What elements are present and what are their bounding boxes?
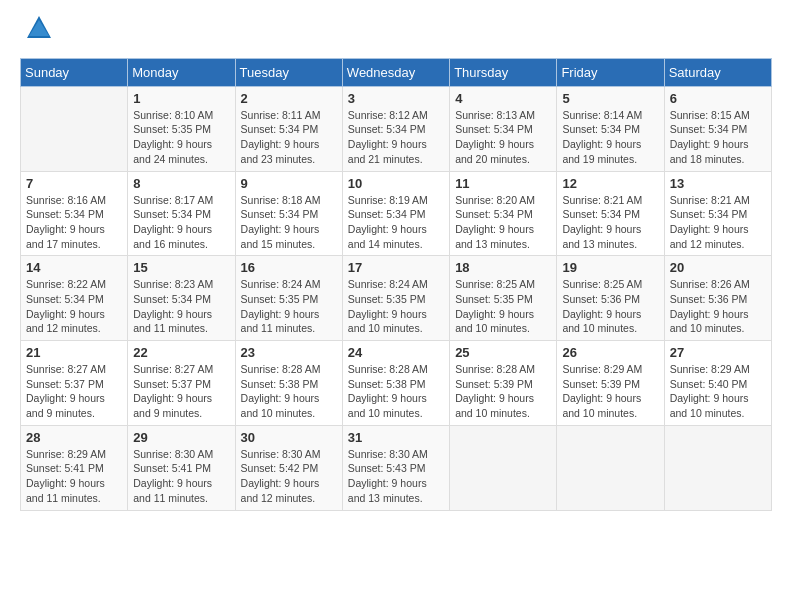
cell-info: Sunrise: 8:30 AMSunset: 5:42 PMDaylight:… xyxy=(241,447,337,506)
calendar-cell: 8Sunrise: 8:17 AMSunset: 5:34 PMDaylight… xyxy=(128,171,235,256)
date-number: 2 xyxy=(241,91,337,106)
week-row-3: 21Sunrise: 8:27 AMSunset: 5:37 PMDayligh… xyxy=(21,341,772,426)
weekday-friday: Friday xyxy=(557,58,664,86)
date-number: 30 xyxy=(241,430,337,445)
calendar-cell: 15Sunrise: 8:23 AMSunset: 5:34 PMDayligh… xyxy=(128,256,235,341)
date-number: 14 xyxy=(26,260,122,275)
calendar-cell: 19Sunrise: 8:25 AMSunset: 5:36 PMDayligh… xyxy=(557,256,664,341)
date-number: 15 xyxy=(133,260,229,275)
cell-info: Sunrise: 8:20 AMSunset: 5:34 PMDaylight:… xyxy=(455,193,551,252)
cell-info: Sunrise: 8:17 AMSunset: 5:34 PMDaylight:… xyxy=(133,193,229,252)
svg-marker-1 xyxy=(29,20,49,36)
cell-info: Sunrise: 8:29 AMSunset: 5:40 PMDaylight:… xyxy=(670,362,766,421)
week-row-4: 28Sunrise: 8:29 AMSunset: 5:41 PMDayligh… xyxy=(21,425,772,510)
cell-info: Sunrise: 8:30 AMSunset: 5:41 PMDaylight:… xyxy=(133,447,229,506)
cell-info: Sunrise: 8:12 AMSunset: 5:34 PMDaylight:… xyxy=(348,108,444,167)
calendar-cell xyxy=(664,425,771,510)
calendar-cell: 12Sunrise: 8:21 AMSunset: 5:34 PMDayligh… xyxy=(557,171,664,256)
calendar-cell: 18Sunrise: 8:25 AMSunset: 5:35 PMDayligh… xyxy=(450,256,557,341)
calendar-header: SundayMondayTuesdayWednesdayThursdayFrid… xyxy=(21,58,772,86)
date-number: 23 xyxy=(241,345,337,360)
date-number: 19 xyxy=(562,260,658,275)
calendar-table: SundayMondayTuesdayWednesdayThursdayFrid… xyxy=(20,58,772,511)
weekday-saturday: Saturday xyxy=(664,58,771,86)
date-number: 4 xyxy=(455,91,551,106)
calendar-cell: 16Sunrise: 8:24 AMSunset: 5:35 PMDayligh… xyxy=(235,256,342,341)
date-number: 27 xyxy=(670,345,766,360)
date-number: 9 xyxy=(241,176,337,191)
calendar-cell: 31Sunrise: 8:30 AMSunset: 5:43 PMDayligh… xyxy=(342,425,449,510)
weekday-sunday: Sunday xyxy=(21,58,128,86)
calendar-cell: 25Sunrise: 8:28 AMSunset: 5:39 PMDayligh… xyxy=(450,341,557,426)
cell-info: Sunrise: 8:25 AMSunset: 5:35 PMDaylight:… xyxy=(455,277,551,336)
cell-info: Sunrise: 8:11 AMSunset: 5:34 PMDaylight:… xyxy=(241,108,337,167)
calendar-cell: 13Sunrise: 8:21 AMSunset: 5:34 PMDayligh… xyxy=(664,171,771,256)
cell-info: Sunrise: 8:10 AMSunset: 5:35 PMDaylight:… xyxy=(133,108,229,167)
calendar-cell: 11Sunrise: 8:20 AMSunset: 5:34 PMDayligh… xyxy=(450,171,557,256)
calendar-cell: 5Sunrise: 8:14 AMSunset: 5:34 PMDaylight… xyxy=(557,86,664,171)
calendar-cell xyxy=(557,425,664,510)
date-number: 10 xyxy=(348,176,444,191)
calendar-cell: 23Sunrise: 8:28 AMSunset: 5:38 PMDayligh… xyxy=(235,341,342,426)
cell-info: Sunrise: 8:28 AMSunset: 5:38 PMDaylight:… xyxy=(348,362,444,421)
calendar-cell: 14Sunrise: 8:22 AMSunset: 5:34 PMDayligh… xyxy=(21,256,128,341)
date-number: 24 xyxy=(348,345,444,360)
calendar-cell: 17Sunrise: 8:24 AMSunset: 5:35 PMDayligh… xyxy=(342,256,449,341)
weekday-tuesday: Tuesday xyxy=(235,58,342,86)
cell-info: Sunrise: 8:21 AMSunset: 5:34 PMDaylight:… xyxy=(670,193,766,252)
cell-info: Sunrise: 8:29 AMSunset: 5:39 PMDaylight:… xyxy=(562,362,658,421)
date-number: 21 xyxy=(26,345,122,360)
cell-info: Sunrise: 8:28 AMSunset: 5:38 PMDaylight:… xyxy=(241,362,337,421)
calendar-cell: 30Sunrise: 8:30 AMSunset: 5:42 PMDayligh… xyxy=(235,425,342,510)
calendar-cell: 3Sunrise: 8:12 AMSunset: 5:34 PMDaylight… xyxy=(342,86,449,171)
cell-info: Sunrise: 8:26 AMSunset: 5:36 PMDaylight:… xyxy=(670,277,766,336)
calendar-cell: 28Sunrise: 8:29 AMSunset: 5:41 PMDayligh… xyxy=(21,425,128,510)
calendar-body: 1Sunrise: 8:10 AMSunset: 5:35 PMDaylight… xyxy=(21,86,772,510)
cell-info: Sunrise: 8:25 AMSunset: 5:36 PMDaylight:… xyxy=(562,277,658,336)
date-number: 18 xyxy=(455,260,551,275)
cell-info: Sunrise: 8:14 AMSunset: 5:34 PMDaylight:… xyxy=(562,108,658,167)
cell-info: Sunrise: 8:24 AMSunset: 5:35 PMDaylight:… xyxy=(241,277,337,336)
cell-info: Sunrise: 8:21 AMSunset: 5:34 PMDaylight:… xyxy=(562,193,658,252)
date-number: 17 xyxy=(348,260,444,275)
calendar-cell: 29Sunrise: 8:30 AMSunset: 5:41 PMDayligh… xyxy=(128,425,235,510)
page-header xyxy=(20,20,772,42)
date-number: 5 xyxy=(562,91,658,106)
calendar-cell: 4Sunrise: 8:13 AMSunset: 5:34 PMDaylight… xyxy=(450,86,557,171)
calendar-cell: 20Sunrise: 8:26 AMSunset: 5:36 PMDayligh… xyxy=(664,256,771,341)
calendar-cell: 26Sunrise: 8:29 AMSunset: 5:39 PMDayligh… xyxy=(557,341,664,426)
date-number: 16 xyxy=(241,260,337,275)
date-number: 25 xyxy=(455,345,551,360)
calendar-cell xyxy=(450,425,557,510)
cell-info: Sunrise: 8:22 AMSunset: 5:34 PMDaylight:… xyxy=(26,277,122,336)
cell-info: Sunrise: 8:27 AMSunset: 5:37 PMDaylight:… xyxy=(133,362,229,421)
date-number: 8 xyxy=(133,176,229,191)
weekday-monday: Monday xyxy=(128,58,235,86)
calendar-cell: 7Sunrise: 8:16 AMSunset: 5:34 PMDaylight… xyxy=(21,171,128,256)
calendar-cell: 21Sunrise: 8:27 AMSunset: 5:37 PMDayligh… xyxy=(21,341,128,426)
date-number: 1 xyxy=(133,91,229,106)
date-number: 28 xyxy=(26,430,122,445)
date-number: 26 xyxy=(562,345,658,360)
date-number: 13 xyxy=(670,176,766,191)
weekday-wednesday: Wednesday xyxy=(342,58,449,86)
week-row-0: 1Sunrise: 8:10 AMSunset: 5:35 PMDaylight… xyxy=(21,86,772,171)
cell-info: Sunrise: 8:30 AMSunset: 5:43 PMDaylight:… xyxy=(348,447,444,506)
date-number: 7 xyxy=(26,176,122,191)
calendar-cell: 6Sunrise: 8:15 AMSunset: 5:34 PMDaylight… xyxy=(664,86,771,171)
calendar-cell xyxy=(21,86,128,171)
calendar-cell: 9Sunrise: 8:18 AMSunset: 5:34 PMDaylight… xyxy=(235,171,342,256)
cell-info: Sunrise: 8:15 AMSunset: 5:34 PMDaylight:… xyxy=(670,108,766,167)
calendar-cell: 27Sunrise: 8:29 AMSunset: 5:40 PMDayligh… xyxy=(664,341,771,426)
cell-info: Sunrise: 8:13 AMSunset: 5:34 PMDaylight:… xyxy=(455,108,551,167)
date-number: 22 xyxy=(133,345,229,360)
date-number: 12 xyxy=(562,176,658,191)
cell-info: Sunrise: 8:24 AMSunset: 5:35 PMDaylight:… xyxy=(348,277,444,336)
date-number: 20 xyxy=(670,260,766,275)
calendar-cell: 2Sunrise: 8:11 AMSunset: 5:34 PMDaylight… xyxy=(235,86,342,171)
cell-info: Sunrise: 8:29 AMSunset: 5:41 PMDaylight:… xyxy=(26,447,122,506)
cell-info: Sunrise: 8:28 AMSunset: 5:39 PMDaylight:… xyxy=(455,362,551,421)
calendar-cell: 10Sunrise: 8:19 AMSunset: 5:34 PMDayligh… xyxy=(342,171,449,256)
calendar-cell: 22Sunrise: 8:27 AMSunset: 5:37 PMDayligh… xyxy=(128,341,235,426)
cell-info: Sunrise: 8:19 AMSunset: 5:34 PMDaylight:… xyxy=(348,193,444,252)
